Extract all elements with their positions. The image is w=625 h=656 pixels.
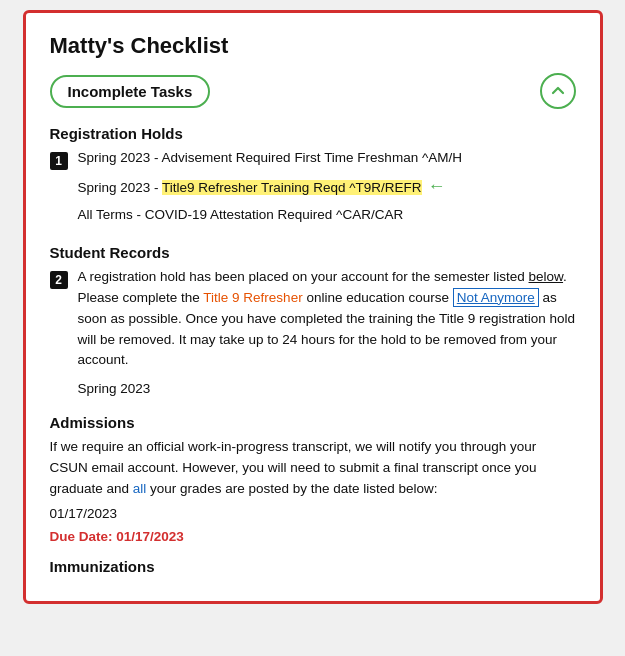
reg-hold-2-highlight: Title9 Refresher Training Reqd ^T9R/REFR xyxy=(162,180,421,195)
sr-date: Spring 2023 xyxy=(78,379,576,400)
admissions-text-2: your grades are posted by the date liste… xyxy=(146,481,437,496)
sr-semester: Spring 2023 xyxy=(78,381,151,396)
list-item: 1 Spring 2023 - Advisement Required Firs… xyxy=(78,148,576,230)
card-title: Matty's Checklist xyxy=(50,33,576,59)
admissions-title: Admissions xyxy=(50,414,576,431)
admissions-date: 01/17/2023 xyxy=(50,504,576,525)
sr-below: below xyxy=(529,269,564,284)
reg-hold-item-1: Spring 2023 - Advisement Required First … xyxy=(78,148,462,169)
section-header: Incomplete Tasks xyxy=(50,73,576,109)
registration-holds-items: 1 Spring 2023 - Advisement Required Firs… xyxy=(50,148,576,230)
sr-text-3: online education course xyxy=(303,290,453,305)
arrow-icon: ← xyxy=(428,173,446,201)
list-item: 2 A registration hold has been placed on… xyxy=(78,267,576,376)
main-card: Matty's Checklist Incomplete Tasks Regis… xyxy=(23,10,603,604)
badge-1: 1 xyxy=(50,152,68,170)
student-records-title: Student Records xyxy=(50,244,576,261)
student-records-body: A registration hold has been placed on y… xyxy=(78,267,576,372)
immunizations-title: Immunizations xyxy=(50,558,576,575)
reg-hold-2-prefix: Spring 2023 - xyxy=(78,180,163,195)
sr-text-1: A registration hold has been placed on y… xyxy=(78,269,529,284)
reg-hold-3-text: All Terms - COVID-19 Attestation Require… xyxy=(78,207,404,222)
admissions-body: If we require an official work-in-progre… xyxy=(50,437,576,500)
reg-hold-1-text: Spring 2023 - Advisement Required First … xyxy=(78,150,462,165)
chevron-up-button[interactable] xyxy=(540,73,576,109)
reg-holds-text: Spring 2023 - Advisement Required First … xyxy=(78,148,462,230)
registration-holds-title: Registration Holds xyxy=(50,125,576,142)
admissions-all-link[interactable]: all xyxy=(133,481,147,496)
incomplete-tasks-badge: Incomplete Tasks xyxy=(50,75,211,108)
student-records-items: 2 A registration hold has been placed on… xyxy=(50,267,576,401)
reg-hold-item-3: All Terms - COVID-19 Attestation Require… xyxy=(78,205,462,226)
chevron-up-icon xyxy=(550,83,566,99)
sr-title9-link[interactable]: Title 9 Refresher xyxy=(203,290,302,305)
reg-hold-item-2: Spring 2023 - Title9 Refresher Training … xyxy=(78,173,462,201)
admissions-due-date: Due Date: 01/17/2023 xyxy=(50,529,576,544)
badge-2: 2 xyxy=(50,271,68,289)
not-anymore-link[interactable]: Not Anymore xyxy=(453,288,539,307)
